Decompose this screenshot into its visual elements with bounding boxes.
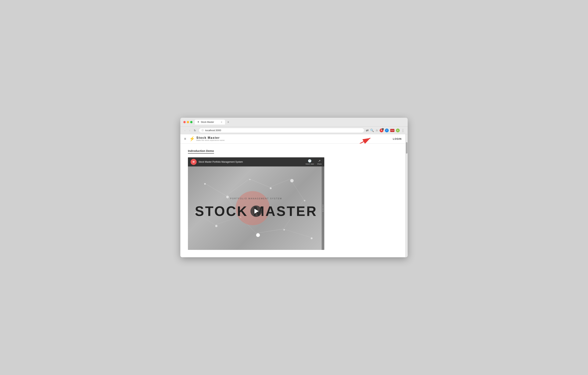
svg-line-5 xyxy=(270,179,290,187)
watch-later-label: Watch later xyxy=(305,163,314,165)
svg-line-4 xyxy=(249,179,270,187)
video-main[interactable]: PORTFOLIO MANAGEMENT SYSTEM STOCK MASTER xyxy=(188,166,324,250)
extension-blue[interactable]: V xyxy=(385,129,389,132)
title-bar: ⚑ Stock Master ✕ + xyxy=(180,118,408,127)
minimize-button[interactable] xyxy=(187,121,189,123)
close-button[interactable] xyxy=(183,121,186,123)
browser-body: ≡ ⚡ Stock Master Make the stock experien… xyxy=(180,134,408,257)
browser-content: ≡ ⚡ Stock Master Make the stock experien… xyxy=(180,134,405,257)
scroll-thumb[interactable] xyxy=(406,142,408,154)
video-controls-right: 🕐 Watch later ↗ Share xyxy=(305,159,322,165)
main-content: Indroduction Demo M Stock Master Portfol… xyxy=(180,143,405,257)
video-content: PORTFOLIO MANAGEMENT SYSTEM STOCK MASTER xyxy=(188,197,324,219)
section-title: Indroduction Demo xyxy=(188,149,214,154)
maximize-button[interactable] xyxy=(190,121,192,123)
tab-bar: ⚑ Stock Master ✕ + xyxy=(195,120,405,125)
translate-icon[interactable]: ⇌ xyxy=(366,128,369,132)
url-text: localhost:3000 xyxy=(205,129,361,132)
play-button[interactable] xyxy=(251,206,262,217)
svg-line-13 xyxy=(284,229,311,237)
extension-avatar[interactable]: A xyxy=(396,129,400,132)
logo-area: ⚡ Stock Master Make the stock experience… xyxy=(189,136,225,142)
tab-favicon: ⚑ xyxy=(197,121,199,123)
play-triangle-icon xyxy=(254,209,259,214)
share-button[interactable]: ↗ Share xyxy=(317,159,322,165)
watch-later-button[interactable]: 🕐 Watch later xyxy=(305,159,314,165)
extension-pdf[interactable]: PDF xyxy=(390,129,394,132)
back-button[interactable]: ‹ xyxy=(183,128,187,133)
share-label: Share xyxy=(317,163,322,165)
svg-line-8 xyxy=(256,229,284,233)
hamburger-menu[interactable]: ≡ xyxy=(184,137,186,141)
logo-icon: ⚡ xyxy=(189,136,195,142)
header-left: ≡ ⚡ Stock Master Make the stock experien… xyxy=(184,136,225,142)
address-bar: ‹ › ↻ ⓘ localhost:3000 ⇌ 🔍 ☆ R2 V PDF A … xyxy=(180,127,408,134)
logo-text-area: Stock Master Make the stock experience e… xyxy=(196,136,225,141)
scrollbar[interactable] xyxy=(405,134,408,257)
logo-title: Stock Master xyxy=(196,136,225,140)
clock-icon: 🕐 xyxy=(308,159,312,163)
stock-master-row: STOCK MASTER xyxy=(188,203,324,219)
svg-line-2 xyxy=(204,183,226,196)
video-channel-info: M Stock Master Portfolio Management Syst… xyxy=(190,159,243,165)
video-container: M Stock Master Portfolio Management Syst… xyxy=(188,157,324,250)
browser-extensions: ⇌ 🔍 ☆ R2 V PDF A ⋮ xyxy=(366,128,405,132)
lock-icon: ⓘ xyxy=(201,129,204,132)
active-tab[interactable]: ⚑ Stock Master ✕ xyxy=(195,120,225,125)
zoom-icon[interactable]: 🔍 xyxy=(370,129,374,132)
logo-subtitle: Make the stock experience easier. xyxy=(196,140,225,142)
bookmark-icon[interactable]: ☆ xyxy=(376,129,378,132)
forward-button[interactable]: › xyxy=(188,128,191,133)
tab-title: Stock Master xyxy=(201,121,214,123)
extension-red[interactable]: R2 xyxy=(380,129,383,132)
app-header: ≡ ⚡ Stock Master Make the stock experien… xyxy=(180,134,405,143)
browser-menu-icon[interactable]: ⋮ xyxy=(401,128,405,132)
browser-window: ⚑ Stock Master ✕ + ‹ › ↻ ⓘ localhost:300… xyxy=(180,118,408,257)
new-tab-button[interactable]: + xyxy=(226,120,231,125)
video-top-bar: M Stock Master Portfolio Management Syst… xyxy=(188,157,324,166)
svg-line-10 xyxy=(290,179,304,200)
tab-close-icon[interactable]: ✕ xyxy=(221,121,222,123)
portfolio-label: PORTFOLIO MANAGEMENT SYSTEM xyxy=(188,197,324,200)
traffic-lights xyxy=(183,121,192,123)
login-button[interactable]: LOGIN xyxy=(393,137,402,140)
reload-button[interactable]: ↻ xyxy=(193,128,197,133)
share-icon: ↗ xyxy=(318,159,321,163)
channel-avatar: M xyxy=(190,159,197,165)
url-bar[interactable]: ⓘ localhost:3000 xyxy=(199,128,364,133)
video-title: Stock Master Portfolio Management System xyxy=(199,161,243,163)
ext-badge: 2 xyxy=(382,128,384,130)
